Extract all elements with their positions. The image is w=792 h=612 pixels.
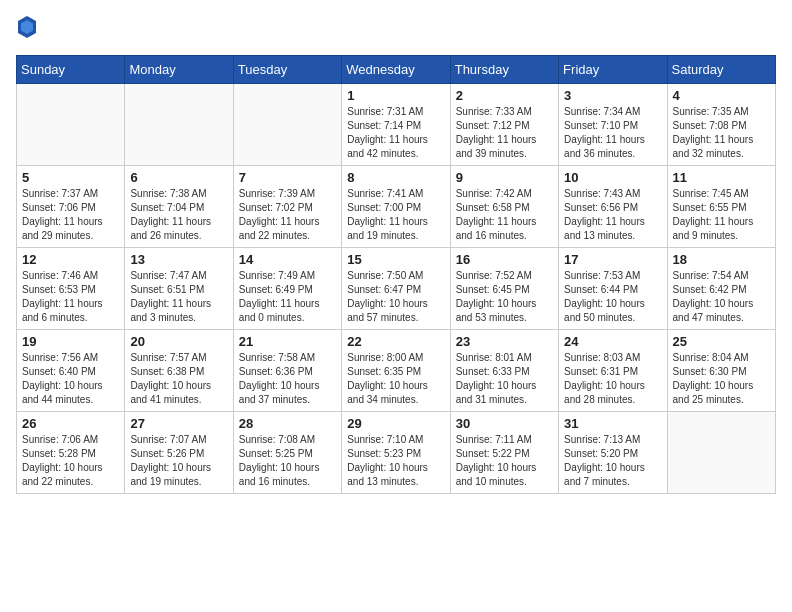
day-number: 12	[22, 252, 119, 267]
day-info: Sunrise: 7:45 AM Sunset: 6:55 PM Dayligh…	[673, 187, 770, 243]
calendar-cell: 23Sunrise: 8:01 AM Sunset: 6:33 PM Dayli…	[450, 329, 558, 411]
calendar-cell: 21Sunrise: 7:58 AM Sunset: 6:36 PM Dayli…	[233, 329, 341, 411]
day-number: 15	[347, 252, 444, 267]
day-number: 8	[347, 170, 444, 185]
day-number: 13	[130, 252, 227, 267]
calendar-cell: 6Sunrise: 7:38 AM Sunset: 7:04 PM Daylig…	[125, 165, 233, 247]
day-info: Sunrise: 7:34 AM Sunset: 7:10 PM Dayligh…	[564, 105, 661, 161]
day-number: 28	[239, 416, 336, 431]
day-info: Sunrise: 7:46 AM Sunset: 6:53 PM Dayligh…	[22, 269, 119, 325]
day-number: 19	[22, 334, 119, 349]
day-number: 29	[347, 416, 444, 431]
day-info: Sunrise: 7:08 AM Sunset: 5:25 PM Dayligh…	[239, 433, 336, 489]
calendar-cell: 7Sunrise: 7:39 AM Sunset: 7:02 PM Daylig…	[233, 165, 341, 247]
day-info: Sunrise: 7:54 AM Sunset: 6:42 PM Dayligh…	[673, 269, 770, 325]
calendar-week-row: 26Sunrise: 7:06 AM Sunset: 5:28 PM Dayli…	[17, 411, 776, 493]
calendar-cell: 15Sunrise: 7:50 AM Sunset: 6:47 PM Dayli…	[342, 247, 450, 329]
day-number: 4	[673, 88, 770, 103]
logo-general	[16, 16, 36, 43]
day-info: Sunrise: 8:01 AM Sunset: 6:33 PM Dayligh…	[456, 351, 553, 407]
calendar-cell: 3Sunrise: 7:34 AM Sunset: 7:10 PM Daylig…	[559, 83, 667, 165]
day-info: Sunrise: 7:35 AM Sunset: 7:08 PM Dayligh…	[673, 105, 770, 161]
calendar-table: SundayMondayTuesdayWednesdayThursdayFrid…	[16, 55, 776, 494]
weekday-header-cell: Wednesday	[342, 55, 450, 83]
calendar-cell	[667, 411, 775, 493]
day-number: 3	[564, 88, 661, 103]
calendar-cell: 4Sunrise: 7:35 AM Sunset: 7:08 PM Daylig…	[667, 83, 775, 165]
calendar-cell: 16Sunrise: 7:52 AM Sunset: 6:45 PM Dayli…	[450, 247, 558, 329]
day-number: 21	[239, 334, 336, 349]
day-number: 16	[456, 252, 553, 267]
day-info: Sunrise: 7:33 AM Sunset: 7:12 PM Dayligh…	[456, 105, 553, 161]
calendar-week-row: 1Sunrise: 7:31 AM Sunset: 7:14 PM Daylig…	[17, 83, 776, 165]
day-info: Sunrise: 7:37 AM Sunset: 7:06 PM Dayligh…	[22, 187, 119, 243]
weekday-header-cell: Saturday	[667, 55, 775, 83]
day-number: 6	[130, 170, 227, 185]
calendar-cell: 9Sunrise: 7:42 AM Sunset: 6:58 PM Daylig…	[450, 165, 558, 247]
weekday-header-cell: Tuesday	[233, 55, 341, 83]
day-info: Sunrise: 7:42 AM Sunset: 6:58 PM Dayligh…	[456, 187, 553, 243]
day-info: Sunrise: 7:56 AM Sunset: 6:40 PM Dayligh…	[22, 351, 119, 407]
calendar-cell: 12Sunrise: 7:46 AM Sunset: 6:53 PM Dayli…	[17, 247, 125, 329]
logo-text	[16, 16, 36, 43]
day-info: Sunrise: 7:07 AM Sunset: 5:26 PM Dayligh…	[130, 433, 227, 489]
calendar-body: 1Sunrise: 7:31 AM Sunset: 7:14 PM Daylig…	[17, 83, 776, 493]
day-number: 18	[673, 252, 770, 267]
day-number: 26	[22, 416, 119, 431]
day-number: 24	[564, 334, 661, 349]
calendar-cell: 24Sunrise: 8:03 AM Sunset: 6:31 PM Dayli…	[559, 329, 667, 411]
day-info: Sunrise: 7:57 AM Sunset: 6:38 PM Dayligh…	[130, 351, 227, 407]
logo-icon	[18, 16, 36, 38]
calendar-cell: 14Sunrise: 7:49 AM Sunset: 6:49 PM Dayli…	[233, 247, 341, 329]
day-number: 9	[456, 170, 553, 185]
weekday-header-row: SundayMondayTuesdayWednesdayThursdayFrid…	[17, 55, 776, 83]
day-info: Sunrise: 7:52 AM Sunset: 6:45 PM Dayligh…	[456, 269, 553, 325]
day-number: 25	[673, 334, 770, 349]
calendar-cell	[233, 83, 341, 165]
day-info: Sunrise: 8:04 AM Sunset: 6:30 PM Dayligh…	[673, 351, 770, 407]
day-number: 20	[130, 334, 227, 349]
weekday-header-cell: Sunday	[17, 55, 125, 83]
day-number: 23	[456, 334, 553, 349]
calendar-week-row: 12Sunrise: 7:46 AM Sunset: 6:53 PM Dayli…	[17, 247, 776, 329]
calendar-cell: 29Sunrise: 7:10 AM Sunset: 5:23 PM Dayli…	[342, 411, 450, 493]
day-info: Sunrise: 7:50 AM Sunset: 6:47 PM Dayligh…	[347, 269, 444, 325]
day-number: 7	[239, 170, 336, 185]
day-number: 10	[564, 170, 661, 185]
day-number: 30	[456, 416, 553, 431]
day-info: Sunrise: 8:03 AM Sunset: 6:31 PM Dayligh…	[564, 351, 661, 407]
calendar-cell: 5Sunrise: 7:37 AM Sunset: 7:06 PM Daylig…	[17, 165, 125, 247]
calendar-cell: 27Sunrise: 7:07 AM Sunset: 5:26 PM Dayli…	[125, 411, 233, 493]
calendar-cell: 13Sunrise: 7:47 AM Sunset: 6:51 PM Dayli…	[125, 247, 233, 329]
calendar-cell: 31Sunrise: 7:13 AM Sunset: 5:20 PM Dayli…	[559, 411, 667, 493]
calendar-cell: 17Sunrise: 7:53 AM Sunset: 6:44 PM Dayli…	[559, 247, 667, 329]
calendar-cell	[125, 83, 233, 165]
day-number: 31	[564, 416, 661, 431]
day-info: Sunrise: 7:38 AM Sunset: 7:04 PM Dayligh…	[130, 187, 227, 243]
weekday-header-cell: Monday	[125, 55, 233, 83]
day-info: Sunrise: 7:13 AM Sunset: 5:20 PM Dayligh…	[564, 433, 661, 489]
day-info: Sunrise: 7:43 AM Sunset: 6:56 PM Dayligh…	[564, 187, 661, 243]
calendar-cell: 10Sunrise: 7:43 AM Sunset: 6:56 PM Dayli…	[559, 165, 667, 247]
weekday-header-cell: Friday	[559, 55, 667, 83]
calendar-week-row: 19Sunrise: 7:56 AM Sunset: 6:40 PM Dayli…	[17, 329, 776, 411]
calendar-cell: 1Sunrise: 7:31 AM Sunset: 7:14 PM Daylig…	[342, 83, 450, 165]
day-info: Sunrise: 7:39 AM Sunset: 7:02 PM Dayligh…	[239, 187, 336, 243]
day-number: 1	[347, 88, 444, 103]
day-info: Sunrise: 7:11 AM Sunset: 5:22 PM Dayligh…	[456, 433, 553, 489]
day-number: 14	[239, 252, 336, 267]
day-info: Sunrise: 7:58 AM Sunset: 6:36 PM Dayligh…	[239, 351, 336, 407]
day-info: Sunrise: 7:53 AM Sunset: 6:44 PM Dayligh…	[564, 269, 661, 325]
calendar-cell	[17, 83, 125, 165]
calendar-cell: 28Sunrise: 7:08 AM Sunset: 5:25 PM Dayli…	[233, 411, 341, 493]
calendar-cell: 2Sunrise: 7:33 AM Sunset: 7:12 PM Daylig…	[450, 83, 558, 165]
day-info: Sunrise: 7:41 AM Sunset: 7:00 PM Dayligh…	[347, 187, 444, 243]
calendar-week-row: 5Sunrise: 7:37 AM Sunset: 7:06 PM Daylig…	[17, 165, 776, 247]
calendar-cell: 22Sunrise: 8:00 AM Sunset: 6:35 PM Dayli…	[342, 329, 450, 411]
logo	[16, 16, 36, 43]
day-number: 27	[130, 416, 227, 431]
day-info: Sunrise: 7:10 AM Sunset: 5:23 PM Dayligh…	[347, 433, 444, 489]
calendar-cell: 26Sunrise: 7:06 AM Sunset: 5:28 PM Dayli…	[17, 411, 125, 493]
calendar-cell: 8Sunrise: 7:41 AM Sunset: 7:00 PM Daylig…	[342, 165, 450, 247]
day-number: 17	[564, 252, 661, 267]
